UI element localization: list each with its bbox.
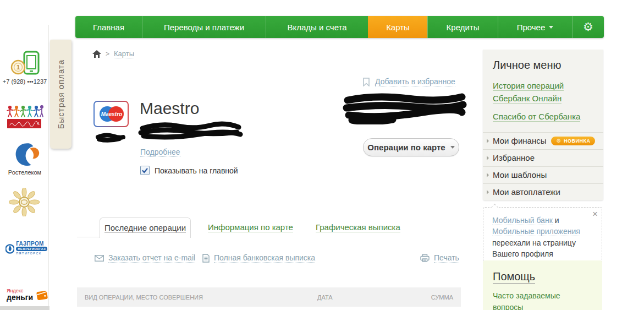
sidebar-item-favorites[interactable]: Избранное <box>483 149 603 166</box>
sidebar-divider <box>48 25 49 310</box>
gazprom-flame-icon <box>5 241 14 257</box>
nav-tab-deposits[interactable]: Вклады и счета <box>266 16 368 38</box>
help-panel: Помощь Часто задаваемые вопросы <box>483 260 602 310</box>
operations-table-header: ВИД ОПЕРАЦИИ, МЕСТО СОВЕРШЕНИЯ ДАТА СУММ… <box>77 287 461 307</box>
print-link[interactable]: Печать <box>434 253 459 263</box>
novinka-badge-label: НОВИНКА <box>564 138 590 144</box>
nav-tab-other-label: Прочее <box>517 23 546 32</box>
redacted-card-number <box>137 121 244 140</box>
order-email-report-link[interactable]: Заказать отчет на e-mail <box>108 253 195 263</box>
show-on-main-label: Показывать на главной <box>155 166 238 175</box>
card-operations-button[interactable]: Операции по карте <box>363 138 459 156</box>
favorites-label: Избранное <box>493 153 535 162</box>
badge-gear-icon: ⚙ <box>556 138 561 144</box>
yandex-money-logo[interactable]: Яндекс деньги <box>7 289 49 301</box>
quick-pay-tab[interactable]: Быстрая оплата <box>50 40 71 149</box>
my-templates-label: Мои шаблоны <box>493 170 547 180</box>
sidebar-bottom-strip <box>0 306 49 310</box>
notification-caret <box>491 204 498 211</box>
phone-number-label: +7 (928) •••1237 <box>0 78 49 85</box>
gazprom-line1: ГАЗПРОМ <box>16 241 47 247</box>
sberbank-online-page: Главная Переводы и платежи Вклады и счет… <box>0 0 644 310</box>
chevron-down-icon <box>450 146 455 149</box>
settings-gear-button[interactable]: ⚙ <box>572 16 604 38</box>
rostelecom-icon[interactable] <box>12 140 40 171</box>
help-title[interactable]: Помощь <box>493 270 535 284</box>
chevron-down-icon <box>549 26 553 29</box>
chevron-right-icon <box>487 139 489 143</box>
nav-tab-credits[interactable]: Кредиты <box>427 16 498 38</box>
quick-pay-label: Быстрая оплата <box>56 59 65 129</box>
chevron-right-icon <box>487 173 489 177</box>
tab-last-operations-label: Последние операции <box>104 223 186 233</box>
tab-strip-baseline <box>77 237 100 237</box>
novinka-badge: ⚙ НОВИНКА <box>551 137 595 145</box>
breadcrumb-separator: > <box>106 50 109 58</box>
redacted-card-label <box>95 132 126 143</box>
card-details-link[interactable]: Подробнее <box>140 148 180 157</box>
charity-banner[interactable] <box>7 119 41 128</box>
favorite-row: Добавить в избранное <box>363 77 455 86</box>
col-amount: СУММА <box>389 294 461 301</box>
mobile-bank-link[interactable]: Мобильный банк <box>492 216 553 225</box>
nav-tab-other[interactable]: Прочее <box>498 16 572 38</box>
faq-link[interactable]: Часто задаваемые вопросы <box>493 290 575 310</box>
notification-text-rest: переехали на страницу Вашего профиля <box>492 238 576 258</box>
rostelecom-label: Ростелеком <box>0 169 49 176</box>
notification-text: и <box>553 216 559 225</box>
operations-history-link[interactable]: История операций Сбербанк Онлайн <box>493 81 564 104</box>
gazprom-logo[interactable]: ГАЗПРОМ МЕЖРЕГИОНГАЗ ПЯТИГОРСК <box>5 241 47 257</box>
print-row: Печать <box>420 253 459 263</box>
personal-menu-title: Личное меню <box>493 59 593 72</box>
full-bank-statement-link[interactable]: Полная банковская выписка <box>214 253 315 263</box>
yandex-money-line2: деньги <box>7 293 33 301</box>
thanks-from-sberbank-link[interactable]: Спасибо от Сбербанка <box>493 112 580 122</box>
gazprom-line3: ПЯТИГОРСК <box>16 252 47 255</box>
chevron-right-icon <box>487 190 489 194</box>
svg-text:1: 1 <box>16 64 20 70</box>
show-on-main-row: Показывать на главной <box>140 166 238 175</box>
breadcrumb: > Карты <box>92 50 134 58</box>
close-icon[interactable]: × <box>592 209 598 219</box>
card-operations-label: Операции по карте <box>367 143 445 152</box>
card-brand-logo: Maestro <box>93 101 129 129</box>
nav-tab-cards[interactable]: Карты <box>368 16 427 38</box>
show-on-main-checkbox[interactable] <box>140 166 150 175</box>
gold-sun-emblem-icon[interactable] <box>9 188 40 219</box>
bookmark-icon <box>363 78 370 86</box>
wallet-icon <box>36 289 49 301</box>
sidebar-item-my-autopayments[interactable]: Мои автоплатежи <box>483 183 603 200</box>
mobile-payment-icon[interactable]: 1 <box>10 51 41 77</box>
breadcrumb-cards-link[interactable]: Карты <box>114 50 134 58</box>
sidebar-item-my-finances[interactable]: Мои финансы ⚙ НОВИНКА <box>483 132 603 149</box>
printer-icon <box>420 254 430 262</box>
main-navigation: Главная Переводы и платежи Вклады и счет… <box>75 16 604 38</box>
add-to-favorites-link[interactable]: Добавить в избранное <box>375 77 455 86</box>
col-date: ДАТА <box>317 294 389 301</box>
mobile-bank-notification: × Мобильный банк и Мобильные приложения … <box>483 207 602 267</box>
mobile-apps-link[interactable]: Мобильные приложения <box>492 227 580 236</box>
my-finances-label: Мои финансы <box>493 136 546 145</box>
gazprom-line2: МЕЖРЕГИОНГАЗ <box>16 247 47 251</box>
nav-tab-home[interactable]: Главная <box>75 16 142 38</box>
charity-people-icon[interactable] <box>7 105 44 121</box>
svg-text:Maestro: Maestro <box>101 111 122 117</box>
email-report-row: Заказать отчет на e-mail <box>95 253 195 263</box>
redacted-balance <box>342 91 467 124</box>
nav-tab-transfers[interactable]: Переводы и платежи <box>142 16 266 38</box>
tab-last-operations[interactable]: Последние операции <box>100 217 191 238</box>
tab-card-info[interactable]: Информация по карте <box>208 222 293 232</box>
my-autopayments-label: Мои автоплатежи <box>493 187 560 197</box>
full-statement-row: Полная банковская выписка <box>202 253 315 263</box>
gear-icon: ⚙ <box>583 20 593 34</box>
sidebar-item-my-templates[interactable]: Мои шаблоны <box>483 166 603 183</box>
tab-graphic-statement[interactable]: Графическая выписка <box>316 222 400 232</box>
document-icon <box>202 254 210 263</box>
card-title: Maestro <box>140 99 199 118</box>
chevron-right-icon <box>487 156 489 160</box>
col-operation-type: ВИД ОПЕРАЦИИ, МЕСТО СОВЕРШЕНИЯ <box>77 294 317 301</box>
envelope-icon <box>95 255 104 262</box>
personal-menu-panel: Личное меню История операций Сбербанк Он… <box>483 50 603 200</box>
home-icon[interactable] <box>92 50 101 58</box>
